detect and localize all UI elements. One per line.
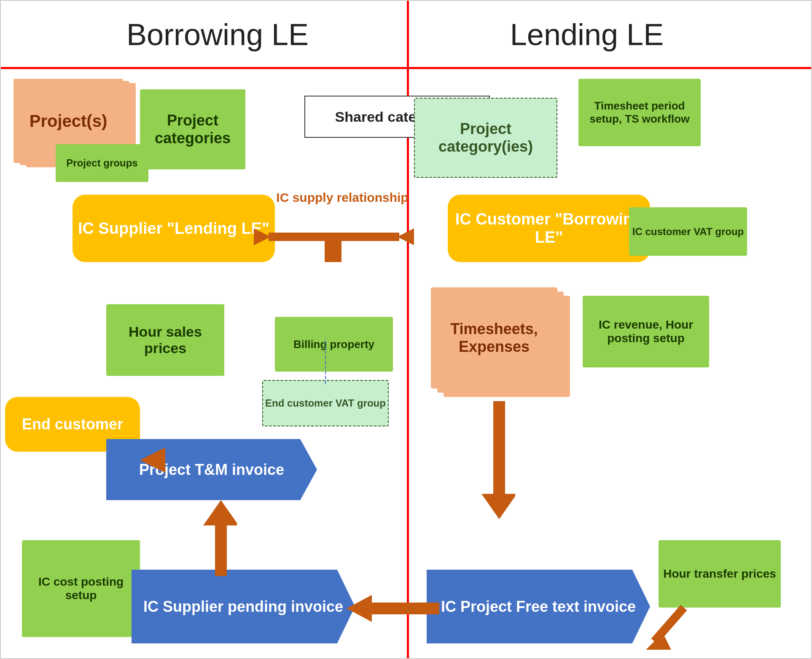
timesheets-stack: Timesheets, Expenses	[431, 287, 570, 401]
svg-rect-5	[325, 241, 341, 262]
horizontal-divider	[1, 67, 811, 69]
svg-marker-3	[397, 228, 414, 245]
svg-rect-12	[215, 525, 227, 576]
svg-marker-8	[140, 447, 165, 473]
timesheet-period-box: Timesheet period setup, TS workflow	[578, 79, 701, 146]
svg-marker-11	[203, 500, 237, 525]
ic-supplier-pending-box: IC Supplier pending invoice	[132, 570, 355, 643]
svg-line-16	[654, 608, 684, 641]
ic-cost-posting-box: IC cost posting setup	[22, 540, 140, 637]
end-customer-arrow	[140, 447, 174, 473]
svg-rect-9	[493, 401, 505, 494]
ic-customer-borrowing-box: IC Customer "Borrowing LE"	[448, 195, 650, 262]
diagram: Borrowing LE Lending LE Project(s) Proje…	[0, 0, 812, 659]
svg-marker-2	[254, 228, 271, 245]
arrow-hour-transfer-to-ft	[642, 603, 696, 658]
arrow-ft-to-pending	[347, 591, 439, 624]
project-categories-box: Project categories	[140, 89, 245, 169]
hour-sales-prices-box: Hour sales prices	[106, 304, 224, 376]
lending-le-title: Lending LE	[414, 5, 760, 64]
borrowing-le-title: Borrowing LE	[45, 5, 390, 64]
hour-transfer-prices-box: Hour transfer prices	[659, 540, 781, 608]
dashed-arrow	[262, 338, 389, 388]
project-categoryies-box: Project category(ies)	[414, 98, 557, 178]
svg-marker-10	[481, 494, 515, 519]
project-groups-box: Project groups	[56, 144, 148, 182]
ic-revenue-hour-box: IC revenue, Hour posting setup	[583, 296, 709, 367]
svg-marker-14	[347, 595, 372, 622]
ic-supplier-lending-box: IC Supplier "Lending LE"	[73, 195, 275, 262]
supply-arrow-horizontal	[245, 212, 422, 262]
timesheets-down-arrow	[481, 401, 515, 519]
ic-supply-relationship-label: IC supply relationship	[262, 190, 422, 205]
ic-project-free-text-box: IC Project Free text invoice	[427, 570, 650, 643]
svg-rect-4	[269, 233, 399, 241]
svg-rect-13	[372, 603, 439, 614]
up-arrow-pending-to-tm	[203, 500, 237, 576]
ic-customer-vat-box: IC customer VAT group	[629, 207, 747, 256]
project-tm-invoice-box: Project T&M invoice	[106, 439, 317, 500]
